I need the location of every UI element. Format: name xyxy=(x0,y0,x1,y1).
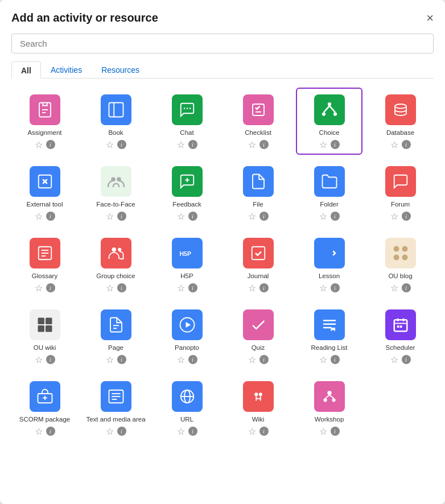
folder-star-button[interactable]: ☆ xyxy=(319,211,327,222)
scheduler-star-button[interactable]: ☆ xyxy=(390,354,398,365)
checklist-star-button[interactable]: ☆ xyxy=(248,139,256,150)
activity-item-file[interactable]: File☆i xyxy=(225,159,291,226)
activity-item-external-tool[interactable]: External tool☆i xyxy=(11,159,78,226)
assignment-star-button[interactable]: ☆ xyxy=(35,139,43,150)
activity-item-quiz[interactable]: Quiz☆i xyxy=(225,303,291,370)
wiki-info-button[interactable]: i xyxy=(259,427,269,436)
choice-star-button[interactable]: ☆ xyxy=(319,139,327,150)
page-star-button[interactable]: ☆ xyxy=(106,354,114,365)
assignment-info-button[interactable]: i xyxy=(46,140,55,149)
file-info-button[interactable]: i xyxy=(259,212,269,221)
feedback-info-button[interactable]: i xyxy=(188,212,197,221)
database-info-button[interactable]: i xyxy=(402,140,411,149)
scorm-package-star-button[interactable]: ☆ xyxy=(35,426,43,437)
tab-all[interactable]: All xyxy=(11,61,41,79)
activity-item-page[interactable]: Page☆i xyxy=(83,303,149,370)
face-to-face-star-button[interactable]: ☆ xyxy=(106,211,114,222)
workshop-star-button[interactable]: ☆ xyxy=(319,426,327,437)
external-tool-star-button[interactable]: ☆ xyxy=(35,211,43,222)
ou-blog-star-button[interactable]: ☆ xyxy=(390,283,398,294)
ou-wiki-star-button[interactable]: ☆ xyxy=(35,354,43,365)
external-tool-info-button[interactable]: i xyxy=(46,212,55,221)
glossary-star-button[interactable]: ☆ xyxy=(35,283,43,294)
activity-item-group-choice[interactable]: Group choice☆i xyxy=(83,231,149,298)
activity-item-url[interactable]: URL☆i xyxy=(154,374,220,441)
h5p-info-button[interactable]: i xyxy=(188,283,197,292)
activity-item-scorm-package[interactable]: SCORM package☆i xyxy=(11,374,78,441)
text-media-info-button[interactable]: i xyxy=(117,427,126,436)
journal-info-button[interactable]: i xyxy=(259,283,269,292)
activity-item-glossary[interactable]: Glossary☆i xyxy=(11,231,78,298)
activity-item-workshop[interactable]: Workshop☆i xyxy=(296,374,362,441)
activity-item-text-media[interactable]: Text and media area☆i xyxy=(83,374,149,441)
activity-item-book[interactable]: Book☆i xyxy=(83,88,149,155)
svg-point-5 xyxy=(186,108,188,109)
text-media-icon-box xyxy=(101,381,131,412)
activity-item-h5p[interactable]: H5P H5P☆i xyxy=(154,231,220,298)
activity-item-checklist[interactable]: Checklist☆i xyxy=(225,88,291,155)
lesson-star-button[interactable]: ☆ xyxy=(319,283,327,294)
activity-item-face-to-face[interactable]: Face-to-Face☆i xyxy=(83,159,149,226)
reading-list-info-button[interactable]: i xyxy=(331,355,340,364)
reading-list-star-button[interactable]: ☆ xyxy=(319,354,327,365)
forum-info-button[interactable]: i xyxy=(402,212,411,221)
activity-item-database[interactable]: Database☆i xyxy=(367,88,434,155)
search-input[interactable] xyxy=(11,34,434,53)
text-media-star-button[interactable]: ☆ xyxy=(106,426,114,437)
activity-item-scheduler[interactable]: Scheduler☆i xyxy=(367,303,434,370)
activity-item-feedback[interactable]: Feedback☆i xyxy=(154,159,220,226)
quiz-star-button[interactable]: ☆ xyxy=(248,354,256,365)
file-star-button[interactable]: ☆ xyxy=(248,211,256,222)
svg-marker-39 xyxy=(186,322,191,328)
ou-wiki-info-button[interactable]: i xyxy=(46,355,55,364)
activity-item-choice[interactable]: Choice☆i xyxy=(296,88,362,155)
url-star-button[interactable]: ☆ xyxy=(177,426,185,437)
ou-blog-info-button[interactable]: i xyxy=(402,283,411,292)
activity-item-forum[interactable]: Forum☆i xyxy=(367,159,434,226)
activity-item-reading-list[interactable]: Reading List☆i xyxy=(296,303,362,370)
wiki-star-button[interactable]: ☆ xyxy=(248,426,256,437)
scheduler-info-button[interactable]: i xyxy=(402,355,411,364)
activity-item-chat[interactable]: Chat☆i xyxy=(154,88,220,155)
chat-info-button[interactable]: i xyxy=(188,140,197,149)
close-button[interactable]: × xyxy=(426,12,434,24)
forum-star-button[interactable]: ☆ xyxy=(390,211,398,222)
tab-bar: All Activities Resources xyxy=(11,61,434,79)
book-icon-box xyxy=(101,94,131,125)
scorm-package-info-button[interactable]: i xyxy=(46,427,55,436)
activity-item-journal[interactable]: Journal☆i xyxy=(225,231,291,298)
lesson-info-button[interactable]: i xyxy=(331,283,340,292)
book-info-button[interactable]: i xyxy=(117,140,126,149)
group-choice-info-button[interactable]: i xyxy=(117,283,126,292)
activity-item-wiki[interactable]: Wiki☆i xyxy=(225,374,291,441)
journal-star-button[interactable]: ☆ xyxy=(248,283,256,294)
panopto-star-button[interactable]: ☆ xyxy=(177,354,185,365)
glossary-info-button[interactable]: i xyxy=(46,283,55,292)
panopto-info-button[interactable]: i xyxy=(188,355,197,364)
activity-item-ou-wiki[interactable]: OU wiki☆i xyxy=(11,303,78,370)
journal-actions: ☆i xyxy=(248,283,269,294)
activity-item-assignment[interactable]: Assignment☆i xyxy=(11,88,78,155)
database-star-button[interactable]: ☆ xyxy=(390,139,398,150)
face-to-face-info-button[interactable]: i xyxy=(117,212,126,221)
chat-star-button[interactable]: ☆ xyxy=(177,139,185,150)
activity-item-ou-blog[interactable]: OU blog☆i xyxy=(367,231,434,298)
url-info-button[interactable]: i xyxy=(188,427,197,436)
tab-activities[interactable]: Activities xyxy=(41,61,92,78)
activity-item-panopto[interactable]: Panopto☆i xyxy=(154,303,220,370)
svg-rect-7 xyxy=(253,104,264,115)
activity-item-lesson[interactable]: Lesson☆i xyxy=(296,231,362,298)
tab-resources[interactable]: Resources xyxy=(92,61,149,78)
book-star-button[interactable]: ☆ xyxy=(106,139,114,150)
feedback-star-button[interactable]: ☆ xyxy=(177,211,185,222)
page-info-button[interactable]: i xyxy=(117,355,126,364)
group-choice-star-button[interactable]: ☆ xyxy=(106,283,114,294)
workshop-info-button[interactable]: i xyxy=(331,427,340,436)
h5p-star-button[interactable]: ☆ xyxy=(177,283,185,294)
database-icon-box xyxy=(385,94,416,125)
choice-info-button[interactable]: i xyxy=(331,140,340,149)
checklist-info-button[interactable]: i xyxy=(259,140,269,149)
quiz-info-button[interactable]: i xyxy=(259,355,269,364)
folder-info-button[interactable]: i xyxy=(331,212,340,221)
activity-item-folder[interactable]: Folder☆i xyxy=(296,159,362,226)
